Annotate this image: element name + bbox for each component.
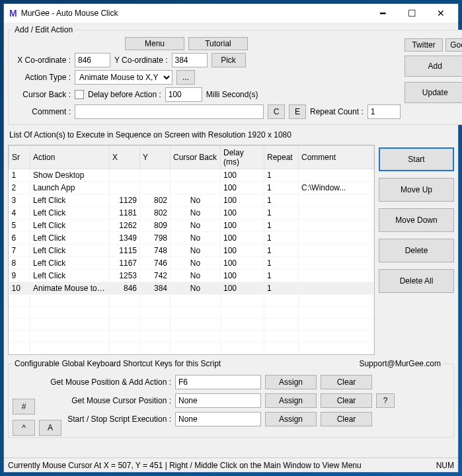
shortcut1-input[interactable] [175,375,261,389]
statusbar: Currently Mouse Cursor At X = 507, Y = 4… [4,457,458,472]
table-row[interactable] [9,295,374,307]
table-row[interactable]: 5Left Click1262809No1001 [9,219,374,232]
add-button[interactable]: Add [404,56,462,77]
col-sr[interactable]: Sr [9,146,30,169]
table-row[interactable]: 3Left Click1129802No1001 [9,194,374,207]
comment-input[interactable] [75,104,264,119]
delaybefore-label: Delay before Action : [88,90,161,99]
titlebar: M MurGee - Auto Mouse Click ━ ☐ ✕ [4,4,458,22]
shortcut-legend: Configurable Global Keyboard Shortcut Ke… [15,359,221,368]
actions-list-header: List Of Action(s) to Execute in Sequence… [9,130,454,139]
table-row[interactable]: 7Left Click1115748No1001 [9,245,374,257]
table-row[interactable]: 9Left Click1253742No1001 [9,270,374,282]
y-label: Y Co-ordinate : [114,56,168,65]
ms-label: Milli Second(s) [206,90,258,99]
actiontype-label: Action Type : [13,73,71,82]
minimize-button[interactable]: ━ [368,4,397,22]
googleplus-button[interactable]: Google + [445,38,462,52]
x-label: X Co-ordinate : [13,56,71,65]
repeat-input[interactable] [367,104,401,119]
clear2-button[interactable]: Clear [321,393,372,408]
delete-button[interactable]: Delete [379,239,454,262]
movedown-button[interactable]: Move Down [379,208,454,232]
pick-button[interactable]: Pick [212,53,246,67]
support-link[interactable]: Support@MurGee.com [359,359,441,368]
maximize-button[interactable]: ☐ [397,4,426,22]
col-x[interactable]: X [110,146,140,169]
e-button[interactable]: E [289,104,306,119]
clear3-button[interactable]: Clear [321,412,372,426]
start-button[interactable]: Start [379,147,454,171]
main-window: M MurGee - Auto Mouse Click ━ ☐ ✕ Add / … [3,3,459,473]
clear1-button[interactable]: Clear [321,375,372,389]
table-row[interactable] [9,342,374,354]
window-title: MurGee - Auto Mouse Click [21,9,118,18]
col-action[interactable]: Action [30,146,110,169]
shortcut2-label: Get Mouse Cursor Position : [13,396,171,405]
deleteall-button[interactable]: Delete All [379,269,454,293]
close-button[interactable]: ✕ [426,4,455,22]
col-comment[interactable]: Comment [299,146,374,169]
delay-input[interactable] [165,87,202,102]
cursorback-checkbox[interactable] [75,90,84,99]
caret-button[interactable]: ^ [13,420,35,436]
status-num: NUM [436,461,454,470]
status-text: Currently Mouse Cursor At X = 507, Y = 4… [8,461,362,470]
menu-button[interactable]: Menu [125,37,184,50]
actions-table[interactable]: Sr Action X Y Cursor Back Delay (ms) Rep… [8,145,375,355]
actiontype-select[interactable]: Animate Mouse to X,Y [75,70,173,85]
table-row[interactable]: 2Launch App1001C:\Window... [9,182,374,194]
edit-panel: Add / Edit Action Menu Tutorial X Co-ord… [8,25,462,125]
shortcut2-input[interactable] [175,393,261,408]
tutorial-button[interactable]: Tutorial [188,37,248,50]
help-button[interactable]: ? [376,393,395,408]
update-button[interactable]: Update [404,82,462,103]
shortcut3-input[interactable] [175,412,261,426]
table-row[interactable] [9,354,374,356]
cursorback-label: Cursor Back : [13,90,71,99]
table-row[interactable] [9,319,374,331]
shortcut1-label: Get Mouse Position & Add Action : [13,377,171,387]
repeat-label: Repeat Count : [310,107,364,116]
edit-legend: Add / Edit Action [13,25,75,34]
col-y[interactable]: Y [140,146,171,169]
y-input[interactable] [172,53,208,67]
table-row[interactable]: 8Left Click1167746No1001 [9,257,374,270]
table-row[interactable]: 10Animate Mouse to X,Y846384No1001 [9,282,374,295]
app-logo: M [9,8,17,19]
assign1-button[interactable]: Assign [265,375,317,389]
col-delay[interactable]: Delay (ms) [221,146,264,169]
shortcut-panel: Configurable Global Keyboard Shortcut Ke… [8,359,454,438]
c-button[interactable]: C [268,104,285,119]
table-row[interactable]: 1Show Desktop1001 [9,169,374,182]
hash-button[interactable]: # [13,399,35,415]
table-row[interactable] [9,307,374,319]
x-input[interactable] [75,53,110,67]
col-repeat[interactable]: Repeat [264,146,299,169]
a-button[interactable]: A [39,420,61,436]
assign2-button[interactable]: Assign [265,393,317,408]
assign3-button[interactable]: Assign [265,412,317,426]
moveup-button[interactable]: Move Up [379,178,454,202]
shortcut3-label: Start / Stop Script Execution : [13,415,171,424]
actiontype-more-button[interactable]: ... [176,70,195,85]
table-row[interactable]: 4Left Click1181802No1001 [9,207,374,219]
table-row[interactable]: 6Left Click1349798No1001 [9,232,374,245]
col-cursorback[interactable]: Cursor Back [171,146,221,169]
table-row[interactable] [9,331,374,342]
twitter-button[interactable]: Twitter [404,38,443,52]
comment-label: Comment : [13,107,71,116]
